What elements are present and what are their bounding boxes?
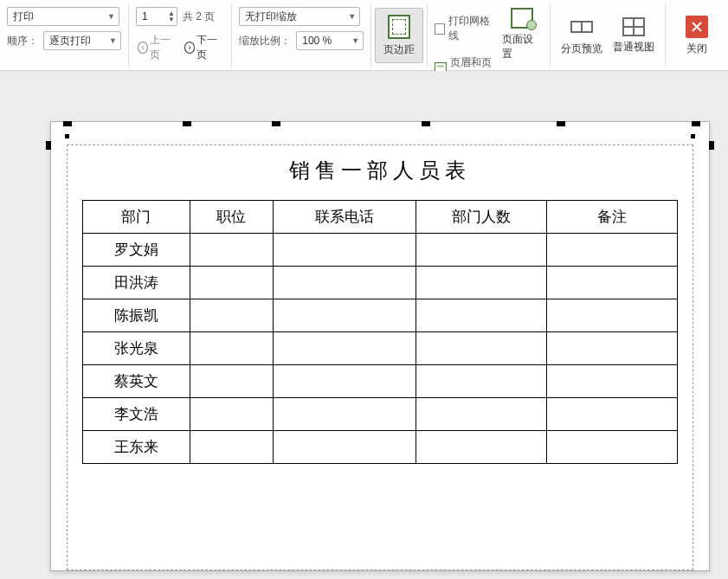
prev-page-button[interactable]: ‹ 上一页 — [136, 31, 177, 64]
toolbar-group-close: 关闭 — [666, 3, 728, 68]
chevron-left-icon: ‹ — [138, 42, 148, 54]
print-mode-combo[interactable]: 打印 ▼ — [7, 7, 119, 26]
table-row: 李文浩 — [83, 398, 678, 431]
page-break-icon — [570, 16, 593, 38]
table-row: 张光泉 — [83, 332, 678, 365]
table-cell — [546, 365, 677, 398]
gridlines-checkbox[interactable]: 打印网格线 — [435, 12, 494, 45]
margins-icon — [388, 15, 410, 39]
normal-view-icon — [622, 17, 645, 36]
caret-down-icon: ▼ — [348, 12, 356, 21]
page-break-preview-button[interactable]: 分页预览 — [557, 8, 606, 63]
page-number-input[interactable]: 1 ▲▼ — [136, 7, 177, 26]
spin-buttons[interactable]: ▲▼ — [168, 10, 175, 23]
margins-button[interactable]: 页边距 — [375, 8, 423, 63]
toolbar-group-pagesetup: 打印网格线 页眉和页脚 页面设置 — [428, 3, 551, 68]
margins-label: 页边距 — [383, 42, 415, 57]
table-cell — [190, 431, 273, 464]
table-header: 联系电话 — [273, 201, 416, 234]
print-mode-value: 打印 — [13, 10, 34, 24]
gridlines-label: 打印网格线 — [448, 14, 494, 43]
table-cell — [416, 299, 546, 332]
margin-handle[interactable] — [709, 141, 714, 150]
margin-handle[interactable] — [183, 121, 191, 126]
close-button[interactable]: 关闭 — [673, 8, 721, 63]
margin-handle[interactable] — [272, 121, 280, 126]
table-cell — [190, 234, 273, 267]
print-order-value: 逐页打印 — [49, 34, 91, 48]
order-label: 顺序： — [7, 34, 38, 48]
table-cell — [190, 332, 273, 365]
table-cell — [273, 299, 416, 332]
caret-down-icon: ▼ — [109, 36, 117, 45]
table-cell: 李文浩 — [83, 398, 190, 431]
toolbar-group-scale: 无打印缩放 ▼ 缩放比例： 100 % ▼ — [232, 3, 371, 68]
margin-corner[interactable] — [691, 134, 695, 138]
chevron-right-icon: › — [184, 42, 195, 54]
margin-handle[interactable] — [63, 121, 72, 126]
normal-view-button[interactable]: 普通视图 — [609, 8, 658, 63]
print-preview-workspace: 销售一部人员表 部门 职位 联系电话 部门人数 备注 罗文娟田洪涛陈振凯张光泉蔡… — [0, 71, 728, 579]
table-header: 备注 — [546, 201, 677, 234]
page-setup-label: 页面设置 — [502, 32, 542, 61]
next-page-button[interactable]: › 下一页 — [183, 31, 224, 64]
page-setup-icon — [511, 8, 533, 29]
margin-handle[interactable] — [557, 121, 565, 126]
table-cell — [190, 267, 273, 299]
table-cell — [190, 398, 273, 431]
table-cell: 张光泉 — [83, 332, 190, 365]
table-row: 王东来 — [83, 431, 678, 464]
table-cell — [416, 267, 546, 299]
table-row: 陈振凯 — [83, 299, 678, 332]
table-row: 蔡英文 — [83, 365, 678, 398]
table-cell — [190, 299, 273, 332]
margin-handle[interactable] — [422, 121, 430, 126]
toolbar-group-page-nav: 1 ▲▼ 共 2 页 ‹ 上一页 › 下一页 — [129, 3, 232, 68]
scale-ratio-value: 100 % — [302, 35, 332, 47]
table-header: 职位 — [190, 201, 273, 234]
table-cell — [273, 365, 416, 398]
table-cell: 蔡英文 — [83, 365, 190, 398]
scale-ratio-label: 缩放比例： — [239, 34, 291, 48]
table-row: 田洪涛 — [83, 267, 678, 299]
scale-ratio-combo[interactable]: 100 % ▼ — [296, 31, 364, 50]
page-number-value: 1 — [142, 10, 148, 23]
close-icon — [686, 16, 708, 38]
margin-handle[interactable] — [692, 121, 700, 126]
table-cell: 陈振凯 — [83, 299, 190, 332]
margin-corner[interactable] — [65, 134, 69, 138]
table-cell — [273, 332, 416, 365]
table-cell — [416, 234, 546, 267]
table-cell: 罗文娟 — [83, 234, 190, 267]
toolbar-group-views: 分页预览 普通视图 — [551, 3, 666, 68]
toolbar-group-margins: 页边距 — [371, 3, 428, 68]
next-page-label: 下一页 — [196, 33, 222, 62]
table-cell — [546, 234, 677, 267]
scale-mode-combo[interactable]: 无打印缩放 ▼ — [239, 7, 360, 26]
checkbox-icon — [435, 23, 445, 35]
table-cell — [546, 332, 677, 365]
table-cell: 田洪涛 — [83, 267, 190, 299]
table-cell — [546, 431, 677, 464]
toolbar-group-print: 打印 ▼ 顺序： 逐页打印 ▼ — [0, 3, 129, 68]
print-order-combo[interactable]: 逐页打印 ▼ — [43, 31, 121, 50]
preview-page: 销售一部人员表 部门 职位 联系电话 部门人数 备注 罗文娟田洪涛陈振凯张光泉蔡… — [50, 121, 710, 571]
page-break-label: 分页预览 — [561, 42, 602, 56]
caret-down-icon: ▼ — [107, 12, 115, 21]
close-label: 关闭 — [686, 42, 707, 56]
table-cell — [190, 365, 273, 398]
table-cell — [416, 431, 546, 464]
personnel-table: 部门 职位 联系电话 部门人数 备注 罗文娟田洪涛陈振凯张光泉蔡英文李文浩王东来 — [82, 200, 678, 464]
caret-down-icon: ▼ — [351, 36, 359, 45]
document-content: 销售一部人员表 部门 职位 联系电话 部门人数 备注 罗文娟田洪涛陈振凯张光泉蔡… — [82, 157, 678, 464]
table-header: 部门人数 — [416, 201, 546, 234]
page-setup-button[interactable]: 页面设置 — [501, 7, 543, 62]
table-cell — [546, 267, 677, 299]
table-header: 部门 — [83, 201, 190, 234]
margin-handle[interactable] — [46, 141, 51, 150]
table-cell — [273, 431, 416, 464]
table-cell — [546, 398, 677, 431]
table-cell — [416, 398, 546, 431]
table-cell — [546, 299, 677, 332]
normal-view-label: 普通视图 — [613, 40, 654, 55]
